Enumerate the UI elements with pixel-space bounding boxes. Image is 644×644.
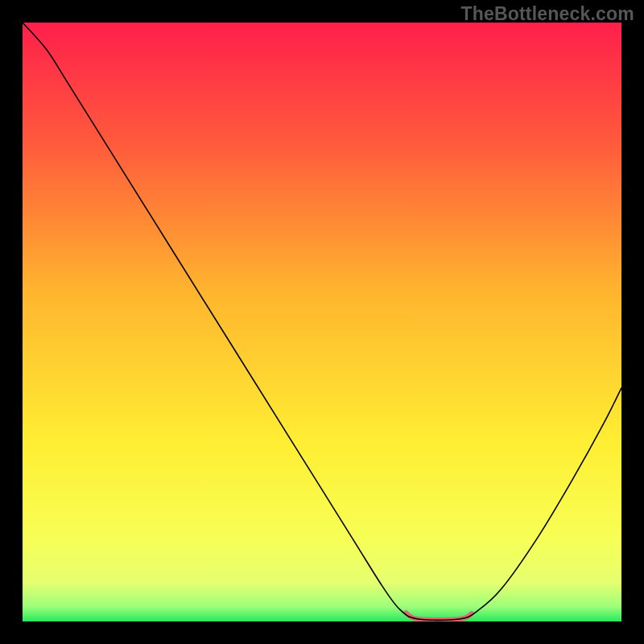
chart-frame: TheBottleneck.com <box>0 0 644 644</box>
gradient-background <box>23 23 621 621</box>
bottleneck-chart <box>23 23 621 621</box>
watermark-text: TheBottleneck.com <box>460 3 634 25</box>
